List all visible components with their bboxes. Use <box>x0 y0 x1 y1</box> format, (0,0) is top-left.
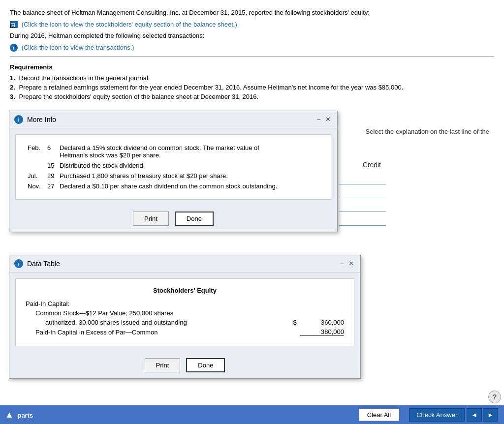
intro-text: The balance sheet of Heitman Management … <box>10 8 494 18</box>
equity-row-2: authorized, 30,000 shares issued and out… <box>26 319 344 326</box>
right-explanation-text: Select the explanation on the last line … <box>365 128 489 135</box>
data-table-body: Stockholders' Equity Paid-In Capital: Co… <box>15 278 354 346</box>
more-info-footer: Print Done <box>9 206 337 232</box>
equity-label-3: Paid-In Capital in Excess of Par—Common <box>26 329 290 336</box>
more-info-title-icon: i <box>14 115 23 124</box>
req-1: 1. Record the transactions in the genera… <box>10 74 494 82</box>
link2-line: i (Click the icon to view the transactio… <box>10 43 494 53</box>
more-info-minimize-button[interactable]: − <box>314 116 323 123</box>
more-info-dialog: i More Info − × Feb. 6 Declared a 15% st… <box>9 111 338 232</box>
credit-input-2[interactable] <box>339 188 386 198</box>
data-table-title: Data Table <box>27 260 337 268</box>
equity-label-2: authorized, 30,000 shares issued and out… <box>26 319 290 326</box>
help-button[interactable]: ? <box>488 391 501 403</box>
trans-desc-3: Purchased 1,800 shares of treasury stock… <box>58 171 321 181</box>
check-answer-button[interactable]: Check Answer <box>409 408 465 422</box>
trans-month-3: Jul. <box>26 171 45 181</box>
next-button[interactable]: ► <box>483 408 498 422</box>
req-2: 2. Prepare a retained earnings statement… <box>10 84 494 91</box>
trans-month-2 <box>26 160 45 171</box>
data-table-title-icon: i <box>14 259 23 268</box>
requirements-label: Requirements <box>10 62 494 72</box>
transaction-row-1: Feb. 6 Declared a 15% stock dividend on … <box>26 143 321 160</box>
equity-title: Stockholders' Equity <box>26 287 344 294</box>
equity-label-0: Paid-In Capital: <box>26 300 290 307</box>
transaction-row-3: Jul. 29 Purchased 1,800 shares of treasu… <box>26 171 321 181</box>
trans-day-3: 29 <box>45 171 58 181</box>
more-info-print-button[interactable]: Print <box>133 212 169 226</box>
data-table-print-button[interactable]: Print <box>145 358 181 372</box>
credit-column-header: Credit <box>363 161 381 169</box>
prev-button[interactable]: ◄ <box>467 408 482 422</box>
data-table-minimize-button[interactable]: − <box>337 260 346 268</box>
trans-desc-4: Declared a $0.10 per share cash dividend… <box>58 181 321 191</box>
more-info-title: More Info <box>27 116 314 123</box>
data-table-dialog: i Data Table − × Stockholders' Equity Pa… <box>9 255 361 379</box>
data-table-footer: Print Done <box>9 352 360 378</box>
trans-month-1: Feb. <box>26 143 45 160</box>
credit-input-1[interactable] <box>339 175 386 184</box>
data-table-close-button[interactable]: × <box>347 259 355 268</box>
requirements-section: Requirements 1. Record the transactions … <box>10 62 494 100</box>
transactions-link[interactable]: (Click the icon to view the transactions… <box>22 44 134 51</box>
req-3: 3. Prepare the stockholders' equity sect… <box>10 93 494 100</box>
transactions-table: Feb. 6 Declared a 15% stock dividend on … <box>26 143 321 191</box>
equity-label-1: Common Stock—$12 Par Value; 250,000 shar… <box>26 309 290 317</box>
requirements-list: 1. Record the transactions in the genera… <box>10 74 494 100</box>
balance-sheet-link[interactable]: (Click the icon to view the stockholders… <box>22 21 237 28</box>
data-table-done-button[interactable]: Done <box>186 358 225 372</box>
trans-day-4: 27 <box>45 181 58 191</box>
more-info-close-button[interactable]: × <box>324 115 332 124</box>
clear-all-button[interactable]: Clear All <box>359 409 399 421</box>
trans-desc-2: Distributed the stock dividend. <box>58 160 321 171</box>
trans-month-4: Nov. <box>26 181 45 191</box>
more-info-body: Feb. 6 Declared a 15% stock dividend on … <box>15 134 331 200</box>
more-info-done-button[interactable]: Done <box>175 212 214 226</box>
credit-input-4[interactable] <box>339 216 386 226</box>
equity-row-3: Paid-In Capital in Excess of Par—Common … <box>26 328 344 336</box>
data-table-titlebar: i Data Table − × <box>9 255 360 273</box>
info-icon[interactable]: i <box>10 44 18 52</box>
trans-desc-1: Declared a 15% stock dividend on common … <box>58 143 321 160</box>
intro-text2: During 2016, Heitman completed the follo… <box>10 31 494 41</box>
transaction-row-2: 15 Distributed the stock dividend. <box>26 160 321 171</box>
parts-label: ▲ parts <box>5 410 33 420</box>
divider <box>10 56 494 57</box>
credit-input-area <box>339 175 386 226</box>
trans-day-2: 15 <box>45 160 58 171</box>
table-icon[interactable]: ⊞ <box>10 21 18 28</box>
bottom-bar: ▲ parts Clear All Check Answer ◄ ► <box>0 405 504 424</box>
link1-line: ⊞ (Click the icon to view the stockholde… <box>10 20 494 30</box>
trans-day-1: 6 <box>45 143 58 160</box>
transaction-row-4: Nov. 27 Declared a $0.10 per share cash … <box>26 181 321 191</box>
more-info-titlebar: i More Info − × <box>9 111 337 128</box>
equity-row-0: Paid-In Capital: <box>26 300 344 307</box>
credit-input-3[interactable] <box>339 202 386 212</box>
equity-amount-2: 360,000 <box>300 319 344 326</box>
equity-dollar-2: $ <box>290 319 300 326</box>
equity-amount-3: 380,000 <box>300 328 344 336</box>
equity-row-1: Common Stock—$12 Par Value; 250,000 shar… <box>26 309 344 317</box>
